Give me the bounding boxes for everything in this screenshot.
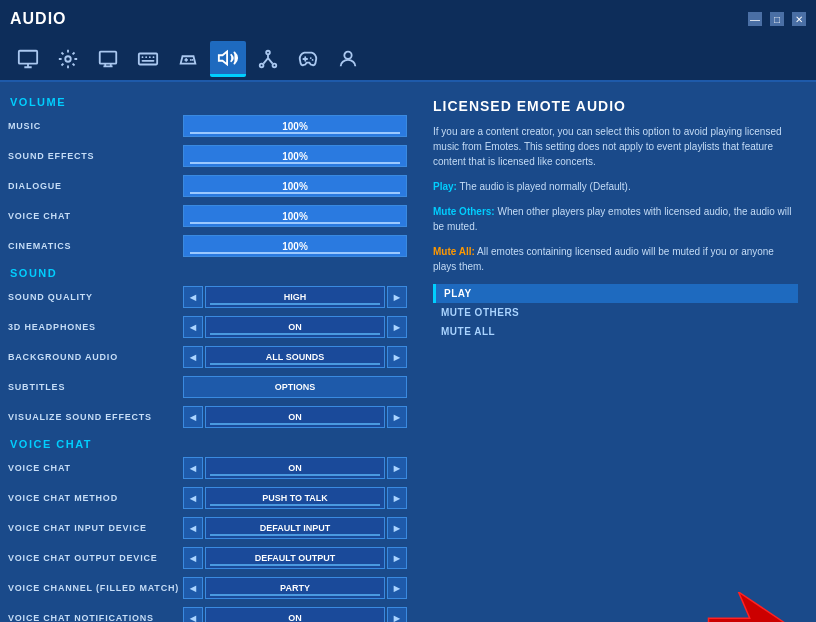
music-control[interactable]: 100% (183, 115, 407, 137)
vc-input-row: Voice Chat Input Device ◄ Default Input … (0, 513, 415, 543)
vc-output-label: Voice Chat Output Device (8, 553, 183, 563)
sound-quality-right[interactable]: ► (387, 286, 407, 308)
left-panel: Volume Music 100% Sound Effects 100% Dia… (0, 82, 415, 622)
nav-user[interactable] (330, 41, 366, 77)
svg-point-6 (260, 64, 264, 68)
subtitles-button[interactable]: Options (183, 376, 407, 398)
vc-notifications-right[interactable]: ► (387, 607, 407, 622)
window-controls[interactable]: — □ ✕ (748, 12, 806, 26)
svg-marker-9 (709, 592, 784, 622)
vc-channel-label: Voice Channel (Filled Match) (8, 583, 183, 593)
app-title: Audio (10, 10, 67, 28)
nav-network[interactable] (250, 41, 286, 77)
vc-notifications-value: On (205, 607, 385, 622)
nav-settings[interactable] (50, 41, 86, 77)
vc-input-right[interactable]: ► (387, 517, 407, 539)
vc-method-left[interactable]: ◄ (183, 487, 203, 509)
nav-controller[interactable] (170, 41, 206, 77)
nav-gamepad[interactable] (290, 41, 326, 77)
svg-rect-3 (139, 54, 157, 65)
play-desc: The audio is played normally (Default). (460, 181, 631, 192)
vc-method-selector: ◄ Push to Talk ► (183, 487, 407, 509)
visualize-value: On (205, 406, 385, 428)
svg-point-8 (344, 52, 351, 59)
sound-effects-vol-control[interactable]: 100% (183, 145, 407, 167)
vc-method-row: Voice Chat Method ◄ Push to Talk ► (0, 483, 415, 513)
cinematics-control[interactable]: 100% (183, 235, 407, 257)
option-mute-all[interactable]: Mute All (433, 322, 798, 341)
sound-effects-vol-row: Sound Effects 100% (0, 141, 415, 171)
vc-channel-right[interactable]: ► (387, 577, 407, 599)
sound-quality-left[interactable]: ◄ (183, 286, 203, 308)
headphones-value: On (205, 316, 385, 338)
vc-toggle-right[interactable]: ► (387, 457, 407, 479)
dialogue-row: Dialogue 100% (0, 171, 415, 201)
play-label: Play: (433, 181, 457, 192)
vc-notifications-label: Voice Chat Notifications (8, 613, 183, 622)
option-mute-others[interactable]: Mute Others (433, 303, 798, 322)
visualize-label: Visualize Sound Effects (8, 412, 183, 422)
vc-output-left[interactable]: ◄ (183, 547, 203, 569)
vc-toggle-left[interactable]: ◄ (183, 457, 203, 479)
vc-output-value: Default Output (205, 547, 385, 569)
nav-keyboard[interactable] (130, 41, 166, 77)
visualize-row: Visualize Sound Effects ◄ On ► (0, 402, 415, 432)
svg-point-7 (273, 64, 277, 68)
vc-output-row: Voice Chat Output Device ◄ Default Outpu… (0, 543, 415, 573)
vc-notifications-selector: ◄ On ► (183, 607, 407, 622)
visualize-left[interactable]: ◄ (183, 406, 203, 428)
vc-channel-row: Voice Channel (Filled Match) ◄ Party ► (0, 573, 415, 603)
vc-method-label: Voice Chat Method (8, 493, 183, 503)
vc-input-selector: ◄ Default Input ► (183, 517, 407, 539)
voice-chat-vol-label: Voice Chat (8, 211, 183, 221)
voice-chat-vol-value: 100% (282, 211, 308, 222)
info-mute-others-section: Mute Others: When other players play emo… (433, 204, 798, 234)
vc-toggle-label: Voice Chat (8, 463, 183, 473)
dialogue-value: 100% (282, 181, 308, 192)
vc-toggle-selector: ◄ On ► (183, 457, 407, 479)
headphones-right[interactable]: ► (387, 316, 407, 338)
background-audio-left[interactable]: ◄ (183, 346, 203, 368)
music-label: Music (8, 121, 183, 131)
title-bar: Audio — □ ✕ (0, 0, 816, 38)
headphones-left[interactable]: ◄ (183, 316, 203, 338)
vc-input-left[interactable]: ◄ (183, 517, 203, 539)
maximize-button[interactable]: □ (770, 12, 784, 26)
vc-input-label: Voice Chat Input Device (8, 523, 183, 533)
minimize-button[interactable]: — (748, 12, 762, 26)
vc-notifications-left[interactable]: ◄ (183, 607, 203, 622)
nav-display[interactable] (90, 41, 126, 77)
mute-others-label: Mute Others: (433, 206, 495, 217)
music-value: 100% (282, 121, 308, 132)
visualize-right[interactable]: ► (387, 406, 407, 428)
mute-all-label: Mute All: (433, 246, 475, 257)
voice-chat-vol-control[interactable]: 100% (183, 205, 407, 227)
voice-chat-section-header: Voice Chat (0, 432, 415, 453)
dialogue-label: Dialogue (8, 181, 183, 191)
headphones-selector: ◄ On ► (183, 316, 407, 338)
background-audio-row: Background Audio ◄ All Sounds ► (0, 342, 415, 372)
vc-notifications-row: Voice Chat Notifications ◄ On ► (0, 603, 415, 622)
info-description: If you are a content creator, you can se… (433, 124, 798, 169)
headphones-label: 3D Headphones (8, 322, 183, 332)
main-content: Volume Music 100% Sound Effects 100% Dia… (0, 82, 816, 622)
info-desc-text: If you are a content creator, you can se… (433, 126, 782, 167)
vc-input-value: Default Input (205, 517, 385, 539)
cinematics-row: Cinematics 100% (0, 231, 415, 261)
headphones-row: 3D Headphones ◄ On ► (0, 312, 415, 342)
vc-channel-left[interactable]: ◄ (183, 577, 203, 599)
close-button[interactable]: ✕ (792, 12, 806, 26)
info-title: Licensed Emote Audio (433, 98, 798, 114)
dialogue-control[interactable]: 100% (183, 175, 407, 197)
nav-monitor[interactable] (10, 41, 46, 77)
cinematics-value: 100% (282, 241, 308, 252)
vc-output-right[interactable]: ► (387, 547, 407, 569)
visualize-selector: ◄ On ► (183, 406, 407, 428)
option-play[interactable]: Play (433, 284, 798, 303)
vc-method-right[interactable]: ► (387, 487, 407, 509)
options-list: Play Mute Others Mute All (433, 284, 798, 341)
volume-section-header: Volume (0, 90, 415, 111)
nav-audio[interactable] (210, 41, 246, 77)
background-audio-right[interactable]: ► (387, 346, 407, 368)
vc-channel-value: Party (205, 577, 385, 599)
